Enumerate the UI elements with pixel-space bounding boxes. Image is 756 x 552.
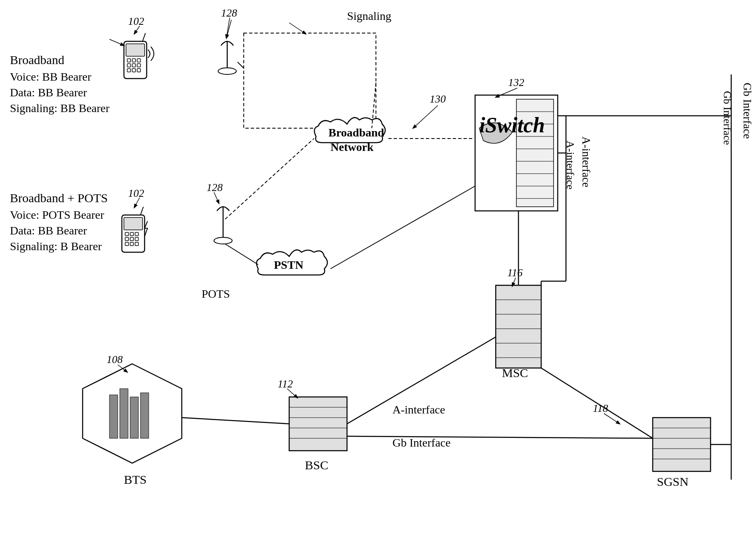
broadband-signaling: Signaling: BB Bearer xyxy=(10,102,110,115)
base-station-mid xyxy=(214,207,232,244)
svg-line-76 xyxy=(182,418,289,424)
bts-hexagon xyxy=(83,364,182,463)
svg-rect-1 xyxy=(126,44,145,56)
msc-box xyxy=(496,285,541,368)
ref-118: 118 xyxy=(593,402,608,414)
sgsn-box xyxy=(653,418,711,471)
svg-rect-60 xyxy=(289,397,347,451)
svg-rect-37 xyxy=(124,217,143,230)
svg-line-87 xyxy=(413,105,438,128)
signaling-label: Signaling xyxy=(347,10,391,22)
svg-line-19 xyxy=(289,23,306,34)
svg-rect-57 xyxy=(130,397,138,438)
broadband-network-label1: Broadband xyxy=(328,126,384,139)
broadband-header: Broadband xyxy=(10,53,64,67)
broadband-data: Data: BB Bearer xyxy=(10,86,87,99)
iswitch-text: iSwitch xyxy=(479,113,545,137)
svg-line-54 xyxy=(330,186,475,269)
broadband-network-label2: Network xyxy=(330,141,374,153)
ref-108: 108 xyxy=(107,354,123,366)
svg-rect-65 xyxy=(496,285,541,368)
ref-112: 112 xyxy=(278,378,293,390)
bb-pots-voice: Voice: POTS Bearer xyxy=(10,208,105,221)
gb-interface-bottom: Gb Interface xyxy=(392,436,451,449)
base-station-top xyxy=(218,41,236,74)
svg-rect-58 xyxy=(140,393,149,438)
svg-line-20 xyxy=(238,62,244,68)
ref-102-top: 102 xyxy=(128,15,144,27)
svg-rect-18 xyxy=(244,33,376,128)
pots-label: POTS xyxy=(202,287,230,300)
bsc-box xyxy=(289,397,347,451)
svg-line-90 xyxy=(214,192,219,203)
a-interface-bottom: A-interface xyxy=(392,403,445,416)
ref-130: 130 xyxy=(430,93,446,105)
diagram: iSwitch A-interface Gb Interface xyxy=(0,0,756,552)
svg-rect-56 xyxy=(120,389,128,438)
ref-128-mid: 128 xyxy=(207,182,223,194)
a-interface-right: A-interface xyxy=(580,136,592,187)
ref-128-top: 128 xyxy=(221,7,237,19)
svg-line-52 xyxy=(225,139,314,219)
svg-line-94 xyxy=(604,413,620,424)
mobile-phone-mid xyxy=(122,207,147,252)
bb-pots-signaling: Signaling: B Bearer xyxy=(10,240,102,253)
sgsn-label: SGSN xyxy=(657,475,689,488)
mobile-phone-top xyxy=(124,33,154,79)
gb-interface-right: Gb Interface xyxy=(741,83,754,139)
svg-rect-59 xyxy=(109,395,118,438)
pstn-label: PSTN xyxy=(274,258,304,271)
svg-rect-71 xyxy=(653,418,711,471)
svg-line-93 xyxy=(287,389,297,398)
bts-label: BTS xyxy=(124,473,147,486)
ref-116: 116 xyxy=(507,267,523,279)
iswitch-box xyxy=(475,95,558,211)
svg-point-15 xyxy=(218,68,236,74)
svg-line-16 xyxy=(109,39,124,45)
main-diagram-svg: iSwitch A-interface Gb Interface xyxy=(0,0,756,552)
broadband-voice: Voice: BB Bearer xyxy=(10,70,92,83)
svg-line-47 xyxy=(140,207,143,215)
svg-line-11 xyxy=(143,33,145,41)
bsc-label: BSC xyxy=(305,458,328,472)
svg-line-53 xyxy=(225,244,258,265)
msc-label: MSC xyxy=(502,366,528,380)
ref-102-mid: 102 xyxy=(128,187,144,199)
ref-132: 132 xyxy=(508,76,524,88)
bb-pots-header: Broadband + POTS xyxy=(10,191,108,205)
bb-pots-data: Data: BB Bearer xyxy=(10,224,87,237)
svg-point-51 xyxy=(214,237,232,244)
